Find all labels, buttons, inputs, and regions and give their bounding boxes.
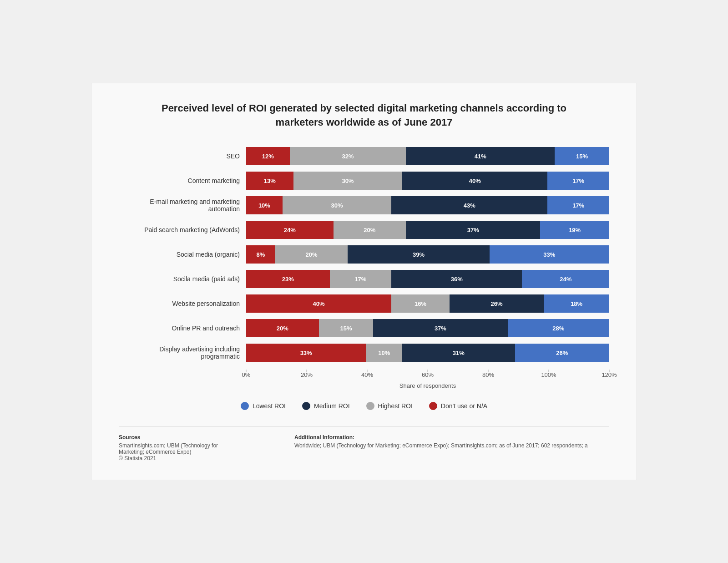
bar-segment-dark: 39% xyxy=(348,245,489,264)
bar-segment-gray: 30% xyxy=(293,172,402,190)
bar-row: Website personalization40%16%26%18% xyxy=(119,293,609,314)
bar-row: Content marketing13%30%40%17% xyxy=(119,170,609,191)
bar-segment-blue: 33% xyxy=(490,245,609,264)
bar-track: 23%17%36%24% xyxy=(246,270,609,288)
legend-dot xyxy=(302,402,310,410)
bar-label: Online PR and outreach xyxy=(119,325,246,332)
bar-track: 20%15%37%28% xyxy=(246,319,609,337)
bar-segment-red: 33% xyxy=(246,344,366,362)
bar-row: Display advertising including programmat… xyxy=(119,342,609,363)
legend-item: Don't use or N/A xyxy=(429,402,487,410)
bar-segment-blue: 17% xyxy=(547,172,609,190)
bar-segment-red: 13% xyxy=(246,172,293,190)
footer-sources: Sources SmartInsights.com; UBM (Technolo… xyxy=(119,434,276,462)
bar-track: 8%20%39%33% xyxy=(246,245,609,264)
legend-item: Lowest ROI xyxy=(241,402,286,410)
bar-label: Paid search marketing (AdWords) xyxy=(119,226,246,233)
bar-segment-blue: 15% xyxy=(555,147,609,165)
bar-track: 10%30%43%17% xyxy=(246,196,609,214)
legend: Lowest ROIMedium ROIHighest ROIDon't use… xyxy=(119,402,609,410)
x-axis-area: 0%20%40%60%80%100%120% xyxy=(119,370,609,382)
x-tick-label: 120% xyxy=(602,371,617,378)
legend-label: Lowest ROI xyxy=(253,402,286,410)
legend-label: Don't use or N/A xyxy=(441,402,487,410)
bar-segment-dark: 31% xyxy=(402,344,515,362)
bar-segment-dark: 26% xyxy=(450,294,544,313)
legend-item: Highest ROI xyxy=(366,402,413,410)
bar-segment-blue: 17% xyxy=(547,196,609,214)
x-axis-ticks: 0%20%40%60%80%100%120% xyxy=(246,370,609,382)
bar-label: SEO xyxy=(119,152,246,160)
bar-segment-red: 24% xyxy=(246,221,334,239)
bar-track: 24%20%37%19% xyxy=(246,221,609,239)
bar-segment-dark: 41% xyxy=(406,147,555,165)
bar-track: 40%16%26%18% xyxy=(246,294,609,313)
x-label-row: Share of respondents xyxy=(119,382,609,389)
bar-segment-gray: 15% xyxy=(319,319,374,337)
sources-text: SmartInsights.com; UBM (Technology forMa… xyxy=(119,442,276,462)
bar-track: 13%30%40%17% xyxy=(246,172,609,190)
legend-dot xyxy=(429,402,437,410)
bar-label: Socila media (paid ads) xyxy=(119,275,246,283)
bar-segment-dark: 36% xyxy=(391,270,522,288)
bar-segment-dark: 37% xyxy=(373,319,507,337)
bar-segment-gray: 10% xyxy=(366,344,402,362)
sources-label: Sources xyxy=(119,434,276,441)
legend-label: Highest ROI xyxy=(378,402,413,410)
bar-row: E-mail marketing and marketing automatio… xyxy=(119,195,609,216)
bar-segment-gray: 16% xyxy=(391,294,450,313)
bar-segment-red: 8% xyxy=(246,245,275,264)
bar-label: E-mail marketing and marketing automatio… xyxy=(119,198,246,213)
bar-segment-blue: 24% xyxy=(522,270,609,288)
bar-segment-red: 12% xyxy=(246,147,290,165)
legend-dot xyxy=(366,402,374,410)
legend-item: Medium ROI xyxy=(302,402,350,410)
bar-label: Content marketing xyxy=(119,177,246,184)
bar-segment-gray: 17% xyxy=(330,270,392,288)
bar-row: Paid search marketing (AdWords)24%20%37%… xyxy=(119,219,609,240)
bar-segment-gray: 20% xyxy=(275,245,348,264)
bar-segment-blue: 28% xyxy=(508,319,609,337)
bar-segment-dark: 40% xyxy=(402,172,547,190)
bar-label: Website personalization xyxy=(119,300,246,307)
bar-segment-blue: 18% xyxy=(544,294,609,313)
bar-segment-gray: 32% xyxy=(290,147,406,165)
chart-container: Perceived level of ROI generated by sele… xyxy=(91,83,637,481)
bar-segment-blue: 26% xyxy=(515,344,609,362)
x-tick-label: 0% xyxy=(242,371,251,378)
footer-additional: Additional Information: Worldwide; UBM (… xyxy=(294,434,609,462)
bar-segment-dark: 43% xyxy=(391,196,547,214)
bar-track: 12%32%41%15% xyxy=(246,147,609,165)
bar-segment-gray: 20% xyxy=(334,221,406,239)
bar-row: Social media (organic)8%20%39%33% xyxy=(119,244,609,265)
x-tick-label: 80% xyxy=(482,371,494,378)
bar-row: Online PR and outreach20%15%37%28% xyxy=(119,318,609,339)
bar-segment-blue: 19% xyxy=(540,221,609,239)
additional-text: Worldwide; UBM (Technology for Marketing… xyxy=(294,442,609,449)
additional-label: Additional Information: xyxy=(294,434,609,441)
bar-segment-red: 20% xyxy=(246,319,319,337)
legend-dot xyxy=(241,402,249,410)
x-axis-label: Share of respondents xyxy=(246,382,609,389)
bar-label: Display advertising including programmat… xyxy=(119,345,246,360)
bar-segment-gray: 30% xyxy=(283,196,391,214)
legend-label: Medium ROI xyxy=(314,402,350,410)
bar-row: Socila media (paid ads)23%17%36%24% xyxy=(119,269,609,289)
bar-track: 33%10%31%26% xyxy=(246,344,609,362)
bar-label: Social media (organic) xyxy=(119,251,246,258)
bar-segment-red: 40% xyxy=(246,294,391,313)
x-tick-label: 60% xyxy=(422,371,434,378)
bar-segment-red: 10% xyxy=(246,196,283,214)
chart-area: SEO12%32%41%15%Content marketing13%30%40… xyxy=(119,146,609,367)
x-tick-label: 100% xyxy=(541,371,556,378)
x-tick-label: 40% xyxy=(361,371,373,378)
bar-row: SEO12%32%41%15% xyxy=(119,146,609,167)
x-tick-label: 20% xyxy=(301,371,313,378)
chart-title: Perceived level of ROI generated by sele… xyxy=(119,101,609,130)
bar-segment-red: 23% xyxy=(246,270,330,288)
footer: Sources SmartInsights.com; UBM (Technolo… xyxy=(119,426,609,462)
bar-segment-dark: 37% xyxy=(406,221,540,239)
